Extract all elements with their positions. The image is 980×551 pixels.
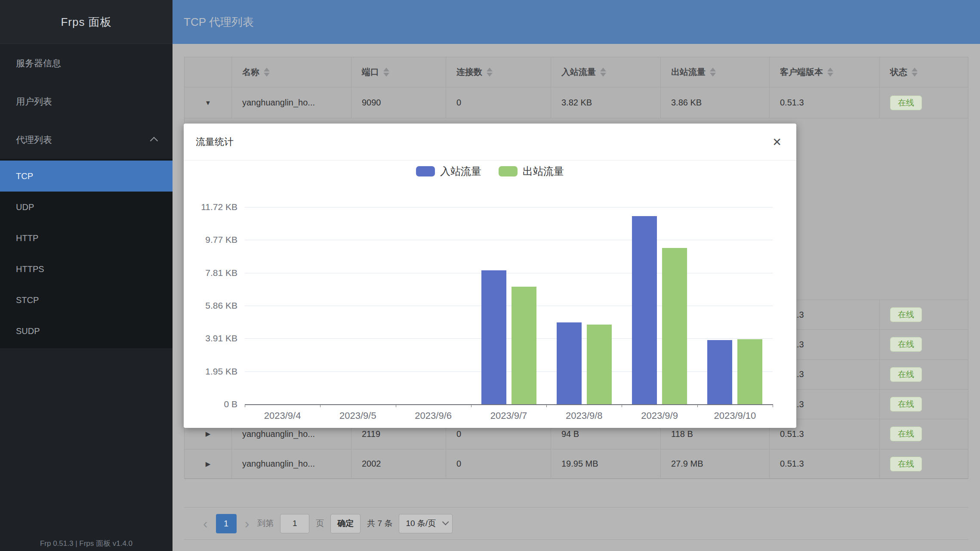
total-count-label: 共 7 条: [367, 518, 392, 529]
sort-up-icon: [264, 68, 270, 71]
sidebar-item-user-list[interactable]: 用户列表: [0, 82, 173, 121]
cell-name: yanghuanglin_ho...: [232, 449, 351, 479]
chevron-down-icon: [442, 518, 449, 525]
sort-down-icon: [912, 73, 918, 77]
sort-caret-icon[interactable]: [264, 68, 270, 77]
cell-status: 在线: [880, 87, 969, 118]
x-axis-tick: [622, 404, 622, 407]
column-header-名称[interactable]: 名称: [232, 57, 351, 87]
proxy-type-submenu: TCPUDPHTTPHTTPSSTCPSUDP: [0, 159, 173, 348]
sort-up-icon: [710, 68, 716, 71]
sidebar-subitem-tcp[interactable]: TCP: [0, 161, 173, 192]
sidebar-subitem-https[interactable]: HTTPS: [0, 254, 173, 285]
table-row: ▶yanghuanglin_ho...2002019.95 MB27.9 MB0…: [185, 449, 968, 479]
sort-down-icon: [487, 73, 493, 77]
x-axis-category-label: 2023/9/8: [546, 410, 622, 421]
sort-down-icon: [710, 73, 716, 77]
cell-port: 2002: [351, 449, 446, 479]
chevron-left-icon[interactable]: ‹: [201, 514, 210, 533]
table-header: 名称端口连接数入站流量出站流量客户端版本状态: [185, 57, 968, 87]
y-axis-tick-label: 7.81 KB: [184, 267, 237, 279]
y-axis-tick-label: 9.77 KB: [184, 234, 237, 245]
cell-traffic_in: 3.82 KB: [551, 87, 661, 118]
status-badge: 在线: [890, 96, 922, 110]
cell-name: yanghuanglin_ho...: [232, 87, 351, 118]
sort-down-icon: [827, 73, 833, 77]
sidebar-menu: 服务器信息用户列表代理列表TCPUDPHTTPHTTPSSTCPSUDP: [0, 44, 173, 348]
version-footer: Frp 0.51.3 | Frps 面板 v1.4.0: [0, 539, 173, 548]
sidebar-item-proxy-list[interactable]: 代理列表: [0, 121, 173, 159]
goto-page-input[interactable]: [280, 514, 309, 533]
sidebar-subitem-stcp[interactable]: STCP: [0, 285, 173, 316]
column-header-端口[interactable]: 端口: [351, 57, 446, 87]
sort-up-icon: [600, 68, 606, 71]
sort-down-icon: [264, 73, 270, 77]
cell-connections: 0: [446, 449, 551, 479]
cell-status: 在线: [880, 390, 969, 419]
column-label: 连接数: [456, 66, 482, 78]
sort-caret-icon[interactable]: [827, 68, 833, 77]
expand-toggle-icon[interactable]: ▼: [205, 99, 211, 106]
column-header-状态[interactable]: 状态: [880, 57, 969, 87]
page-size-value: 10 条/页: [406, 518, 436, 529]
y-axis-tick-label: 11.72 KB: [184, 201, 237, 213]
status-badge: 在线: [890, 427, 922, 441]
cell-connections: 0: [446, 87, 551, 118]
y-axis-tick-label: 5.86 KB: [184, 300, 237, 311]
column-label: 入站流量: [561, 66, 596, 78]
chevron-up-icon: [150, 136, 158, 144]
bar-出站流量-2023/9/9: [662, 248, 687, 404]
expand-cell: ▶: [185, 449, 232, 479]
page-number-button[interactable]: 1: [216, 514, 237, 533]
expand-toggle-icon[interactable]: ▶: [206, 430, 211, 438]
y-gridline: [245, 338, 773, 339]
chevron-right-icon[interactable]: ›: [243, 514, 251, 533]
cell-status: 在线: [880, 449, 969, 479]
sidebar-subitem-http[interactable]: HTTP: [0, 223, 173, 254]
bar-出站流量-2023/9/10: [737, 339, 762, 404]
x-axis-line: [245, 404, 773, 405]
cell-port: 9090: [351, 87, 446, 118]
column-header-入站流量[interactable]: 入站流量: [551, 57, 661, 87]
x-axis-tick: [471, 404, 472, 407]
cell-status: 在线: [880, 330, 969, 359]
x-axis-tick: [546, 404, 547, 407]
cell-status: 在线: [880, 419, 969, 449]
confirm-button[interactable]: 确定: [330, 514, 361, 533]
sidebar-subitem-udp[interactable]: UDP: [0, 192, 173, 223]
bar-出站流量-2023/9/8: [587, 325, 612, 404]
y-gridline: [245, 240, 773, 240]
sort-up-icon: [383, 68, 389, 71]
traffic-bar-chart: 11.72 KB9.77 KB7.81 KB5.86 KB3.91 KB1.95…: [184, 124, 796, 428]
column-label: 名称: [242, 66, 259, 78]
sort-caret-icon[interactable]: [600, 68, 606, 77]
column-label: 出站流量: [671, 66, 706, 78]
x-axis-tick: [245, 404, 245, 407]
column-label: 客户端版本: [780, 66, 823, 78]
sort-caret-icon[interactable]: [710, 68, 716, 77]
page-title: TCP 代理列表: [173, 0, 980, 44]
expand-toggle-icon[interactable]: ▶: [206, 460, 211, 468]
bar-入站流量-2023/9/10: [707, 340, 732, 404]
x-axis-category-label: 2023/9/10: [697, 410, 773, 421]
app-title: Frps 面板: [0, 0, 173, 44]
x-axis-tick: [320, 404, 321, 407]
bar-入站流量-2023/9/7: [481, 270, 506, 404]
column-header-连接数[interactable]: 连接数: [446, 57, 551, 87]
sidebar-subitem-sudp[interactable]: SUDP: [0, 316, 173, 347]
page-size-select[interactable]: 10 条/页: [399, 514, 453, 533]
sidebar-item-server-info[interactable]: 服务器信息: [0, 44, 173, 82]
column-header-客户端版本[interactable]: 客户端版本: [770, 57, 880, 87]
cell-version: 0.51.3: [770, 449, 880, 479]
status-badge: 在线: [890, 337, 922, 352]
x-axis-category-label: 2023/9/7: [471, 410, 547, 421]
sort-up-icon: [487, 68, 493, 71]
sort-caret-icon[interactable]: [487, 68, 493, 77]
y-gridline: [245, 306, 773, 306]
column-header-出站流量[interactable]: 出站流量: [661, 57, 770, 87]
x-axis-tick: [697, 404, 698, 407]
column-label: 端口: [362, 66, 379, 78]
sort-caret-icon[interactable]: [383, 68, 389, 77]
bar-出站流量-2023/9/7: [512, 287, 536, 404]
sort-caret-icon[interactable]: [912, 68, 918, 77]
